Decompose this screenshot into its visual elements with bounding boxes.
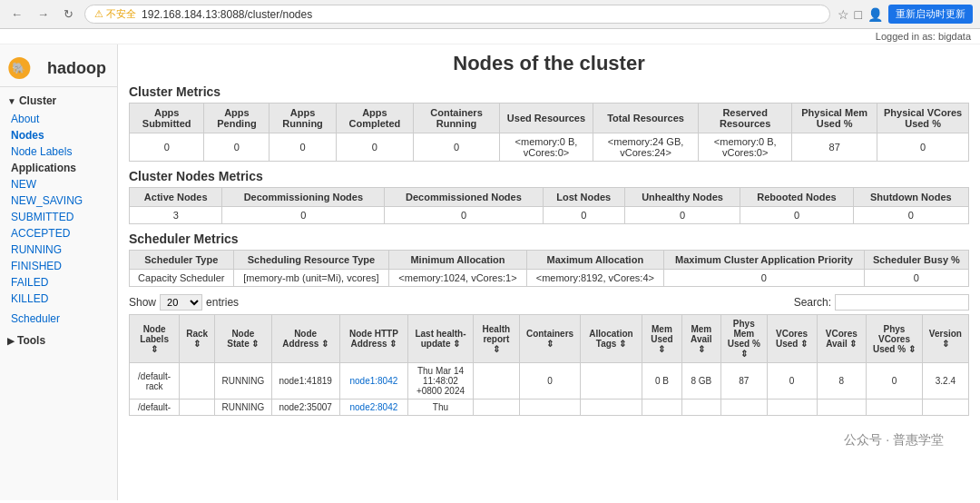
header-used-resources: Used Resources [499, 104, 593, 133]
header-phys-mem: Phys Mem Used % ⇕ [720, 315, 767, 363]
sidebar-item-new-saving[interactable]: NEW_SAVING [0, 192, 117, 209]
cell-maximum-allocation: <memory:8192, vCores:4> [526, 270, 663, 287]
applications-label: Applications [0, 160, 117, 176]
sidebar-item-accepted[interactable]: ACCEPTED [0, 225, 117, 242]
sort-icon-phys-vcores: ⇕ [908, 344, 916, 354]
sidebar-item-node-labels[interactable]: Node Labels [0, 143, 117, 160]
cell-node-http-2: node2:8042 [339, 399, 408, 416]
header-node-address: Node Address ⇕ [271, 315, 339, 363]
header-minimum-allocation: Minimum Allocation [389, 251, 526, 270]
url-text: 192.168.184.13:8088/cluster/nodes [142, 8, 312, 21]
cluster-nodes-metrics-table: Active Nodes Decommissioning Nodes Decom… [129, 187, 969, 224]
page-title: Nodes of the cluster [129, 52, 969, 75]
logged-in-bar: Logged in as: bigdata [0, 29, 980, 44]
reload-button[interactable]: ↻ [60, 5, 77, 23]
scheduler-header-row: Scheduler Type Scheduling Resource Type … [130, 251, 969, 270]
forward-button[interactable]: → [34, 5, 53, 23]
sidebar-item-about[interactable]: About [0, 111, 117, 127]
sort-icon-state: ⇕ [251, 339, 259, 349]
sidebar-item-finished[interactable]: FINISHED [0, 258, 117, 274]
cell-node-address-1: node1:41819 [271, 363, 339, 399]
cell-alloc-tags-2 [581, 399, 642, 416]
cell-apps-pending: 0 [204, 133, 270, 162]
cell-active-nodes: 3 [130, 207, 222, 224]
cell-containers-1: 0 [519, 363, 580, 399]
cell-rack-2 [180, 399, 215, 416]
security-warning-icon: ⚠ 不安全 [94, 7, 136, 21]
cell-containers-running: 0 [414, 133, 500, 162]
extension-icon[interactable]: □ [855, 7, 862, 22]
cell-version-1: 3.2.4 [922, 363, 968, 399]
header-vcores-avail: VCores Avail ⇕ [817, 315, 867, 363]
cell-reserved-resources: <memory:0 B, vCores:0> [699, 133, 792, 162]
scheduler-metrics-table: Scheduler Type Scheduling Resource Type … [129, 250, 969, 287]
node-http-link-1[interactable]: node1:8042 [349, 376, 397, 386]
cell-mem-avail-1: 8 GB [681, 363, 720, 399]
cell-decommissioning-nodes: 0 [222, 207, 385, 224]
hadoop-label: hadoop [47, 59, 106, 78]
header-apps-running: Apps Running [270, 104, 336, 133]
node-http-link-2[interactable]: node2:8042 [349, 402, 397, 412]
header-max-cluster-priority: Maximum Cluster Application Priority [664, 251, 865, 270]
node-table-header-row: Node Labels ⇕ Rack ⇕ Node State ⇕ Node A… [130, 315, 969, 363]
sort-icon-version: ⇕ [942, 339, 949, 349]
header-decommissioned-nodes: Decommissioned Nodes [385, 188, 543, 207]
entries-select[interactable]: 20 50 100 [160, 294, 202, 311]
sidebar-item-failed[interactable]: FAILED [0, 274, 117, 291]
sort-icon-vcores-avail: ⇕ [849, 339, 857, 349]
bookmark-icon[interactable]: ☆ [838, 7, 849, 22]
cell-node-address-2: node2:35007 [271, 399, 339, 416]
header-phys-mem-used: Physical Mem Used % [792, 104, 877, 133]
cell-vcores-used-2 [767, 399, 817, 416]
sidebar: 🐘 hadoop ▼ Cluster About Nodes Node Labe… [0, 44, 118, 500]
node-table: Node Labels ⇕ Rack ⇕ Node State ⇕ Node A… [129, 314, 969, 416]
sidebar-item-killed[interactable]: KILLED [0, 291, 117, 307]
cell-health-report-1 [473, 363, 519, 399]
sort-icon-alloc: ⇕ [619, 339, 626, 349]
header-reserved-resources: Reserved Resources [699, 104, 792, 133]
header-node-labels: Node Labels ⇕ [130, 315, 180, 363]
sidebar-item-submitted[interactable]: SUBMITTED [0, 209, 117, 225]
back-button[interactable]: ← [7, 5, 26, 23]
sidebar-item-new[interactable]: NEW [0, 176, 117, 192]
cluster-section-title: ▼ Cluster [0, 91, 117, 111]
header-total-resources: Total Resources [593, 104, 698, 133]
sort-icon-health: ⇕ [453, 339, 460, 349]
header-unhealthy-nodes: Unhealthy Nodes [624, 188, 740, 207]
header-apps-completed: Apps Completed [336, 104, 413, 133]
sort-icon-containers: ⇕ [546, 339, 554, 349]
cell-rack-1 [180, 363, 215, 399]
header-scheduler-busy: Scheduler Busy % [864, 251, 968, 270]
header-health-report: Health report ⇕ [473, 315, 519, 363]
profile-icon[interactable]: 👤 [867, 7, 883, 22]
table-row: /default-rack RUNNING node1:41819 node1:… [130, 363, 969, 399]
cell-scheduling-resource-type: [memory-mb (unit=Mi), vcores] [233, 270, 389, 287]
table-row: /default- RUNNING node2:35007 node2:8042… [130, 399, 969, 416]
cell-unhealthy-nodes: 0 [624, 207, 740, 224]
update-button[interactable]: 重新启动时更新 [888, 5, 973, 24]
header-version: Version ⇕ [922, 315, 968, 363]
cell-mem-avail-2 [681, 399, 720, 416]
cell-health-report-2 [473, 399, 519, 416]
header-containers: Containers ⇕ [519, 315, 580, 363]
header-scheduler-type: Scheduler Type [130, 251, 234, 270]
header-node-http: Node HTTP Address ⇕ [339, 315, 408, 363]
cell-lost-nodes: 0 [543, 207, 624, 224]
cell-alloc-tags-1 [581, 363, 642, 399]
cell-node-state-1: RUNNING [215, 363, 272, 399]
sidebar-item-scheduler[interactable]: Scheduler [0, 311, 117, 327]
header-vcores-used: VCores Used ⇕ [767, 315, 817, 363]
cell-last-health-1: Thu Mar 14 11:48:02 +0800 2024 [408, 363, 474, 399]
header-apps-submitted: Apps Submitted [130, 104, 204, 133]
sort-icon-phys-mem: ⇕ [740, 349, 748, 359]
logo-area: 🐘 hadoop [0, 50, 117, 87]
header-mem-avail: Mem Avail ⇕ [681, 315, 720, 363]
cell-last-health-2: Thu [408, 399, 474, 416]
cluster-metrics-header-row: Apps Submitted Apps Pending Apps Running… [130, 104, 969, 133]
scheduler-metrics-title: Scheduler Metrics [129, 232, 969, 246]
search-input[interactable] [835, 294, 969, 311]
sidebar-item-nodes[interactable]: Nodes [0, 127, 117, 143]
tools-section-title: ▶ Tools [0, 330, 117, 350]
header-active-nodes: Active Nodes [130, 188, 222, 207]
sidebar-item-running[interactable]: RUNNING [0, 242, 117, 258]
